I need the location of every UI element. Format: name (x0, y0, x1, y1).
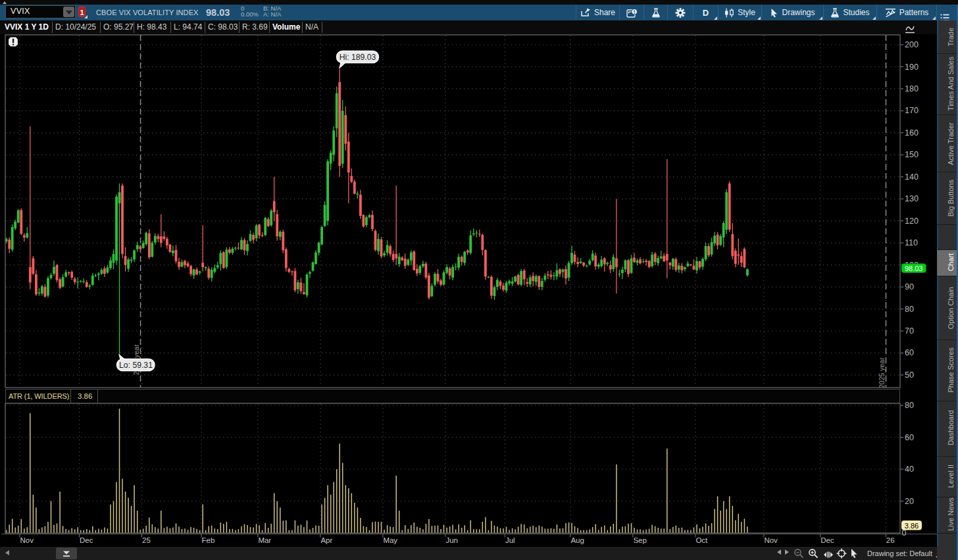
svg-text:50: 50 (905, 370, 914, 380)
svg-text:110: 110 (905, 238, 918, 247)
svg-text:Aug: Aug (570, 536, 584, 544)
svg-text:200: 200 (905, 40, 919, 49)
svg-text:3.86: 3.86 (905, 522, 919, 530)
svg-text:Feb: Feb (202, 536, 215, 544)
svg-text:2025 year: 2025 year (878, 357, 886, 388)
svg-text:160: 160 (905, 128, 919, 138)
svg-text:Jun: Jun (445, 536, 458, 544)
svg-text:80: 80 (905, 305, 914, 314)
svg-text:25: 25 (142, 536, 151, 544)
svg-text:Hi: 189.03: Hi: 189.03 (340, 53, 376, 62)
svg-text:80: 80 (905, 401, 914, 410)
svg-text:120: 120 (905, 216, 919, 226)
svg-text:26: 26 (886, 536, 895, 544)
svg-text:Jul: Jul (505, 536, 515, 544)
svg-text:40: 40 (905, 465, 914, 474)
svg-text:May: May (383, 536, 397, 544)
svg-text:Dec: Dec (820, 536, 834, 544)
svg-text:Sep: Sep (633, 536, 646, 544)
svg-text:Mar: Mar (258, 536, 271, 544)
svg-text:170: 170 (905, 106, 919, 115)
svg-text:90: 90 (905, 282, 914, 292)
svg-text:140: 140 (905, 172, 919, 182)
svg-text:98.03: 98.03 (905, 265, 923, 272)
svg-text:180: 180 (905, 84, 919, 93)
svg-text:Dec: Dec (80, 536, 93, 544)
svg-text:70: 70 (905, 326, 914, 336)
svg-text:Lo: 59.31: Lo: 59.31 (119, 361, 153, 370)
svg-text:Nov: Nov (20, 536, 34, 544)
svg-text:Apr: Apr (320, 536, 332, 544)
svg-text:Nov: Nov (764, 536, 778, 544)
svg-text:20: 20 (905, 497, 914, 506)
svg-text:130: 130 (905, 194, 919, 203)
svg-text:190: 190 (905, 63, 919, 72)
svg-text:60: 60 (905, 433, 914, 442)
svg-text:Oct: Oct (695, 536, 708, 544)
svg-text:150: 150 (905, 150, 919, 159)
svg-text:60: 60 (905, 348, 914, 357)
